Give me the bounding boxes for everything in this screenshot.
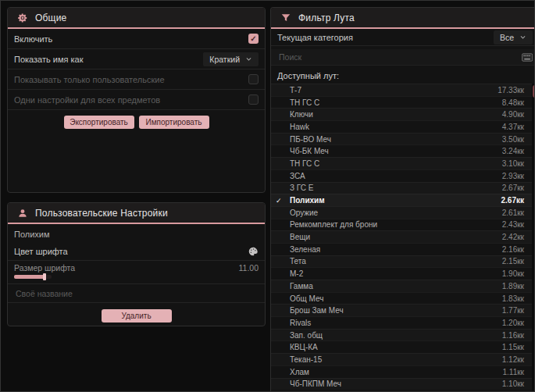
loot-item-row[interactable]: Гамма 1.89кк <box>271 280 532 292</box>
loot-item-value: 4.90кк <box>502 110 532 119</box>
loot-item-row[interactable]: КВЦ-КА 1.15кк <box>271 340 532 353</box>
check-icon: ✓ <box>276 197 285 205</box>
loot-item-value: 1.89кк <box>502 282 532 290</box>
search-row <box>271 49 535 66</box>
loot-item-value: 2.42кк <box>502 233 532 241</box>
funnel-icon <box>280 12 291 23</box>
loot-item-value: 1.12кк <box>502 355 532 364</box>
window-custom-settings: Пользовательские Настройки Полихим Цвет … <box>7 202 266 326</box>
window-general-title: Общие <box>35 12 66 23</box>
slider-fill <box>14 275 45 279</box>
only-custom-label: Показывать только пользовательские <box>14 75 248 84</box>
export-button[interactable]: Экспортировать <box>64 116 134 129</box>
window-general-titlebar[interactable]: Общие <box>8 8 265 27</box>
loot-item-value: 2.43кк <box>502 220 532 229</box>
loot-item-name: ТН ГС С <box>271 159 319 168</box>
loot-item-row[interactable]: Зеленая 2.16кк <box>271 243 532 255</box>
loot-item-value: 4.37кк <box>502 123 532 131</box>
loot-item-name: Rivals <box>271 319 311 327</box>
loot-item-row[interactable]: Чб-ПКПМ Меч 1.10кк <box>271 378 532 390</box>
scrollbar-track[interactable] <box>532 84 535 392</box>
font-size-label: Размер шрифта <box>14 263 75 273</box>
import-button[interactable]: Импортировать <box>139 116 209 129</box>
search-input[interactable] <box>277 52 522 62</box>
loot-item-row[interactable]: Т-7 17.33кк <box>271 84 532 96</box>
loot-item-name: Брош Зам Меч <box>271 306 344 315</box>
loot-item-row[interactable]: М-2 1.90кк <box>271 267 532 280</box>
loot-item-name: Т-7 <box>271 86 301 94</box>
loot-item-row[interactable]: ТН ГС С 8.48кк <box>271 96 532 109</box>
font-size-value: 11.00 <box>239 263 259 273</box>
loot-item-row[interactable]: Брош Зам Меч 1.77кк <box>271 304 532 316</box>
font-color-label: Цвет шрифта <box>14 247 248 256</box>
loot-item-value: 3.10кк <box>502 159 532 168</box>
loot-item-row[interactable]: Хлам 1.11кк <box>271 365 532 378</box>
only-custom-checkbox[interactable] <box>248 74 259 84</box>
loot-item-value: 1.10кк <box>502 380 532 388</box>
loot-item-name: ТН ГС С <box>271 98 319 107</box>
font-size-block: Размер шрифта 11.00 <box>8 261 265 284</box>
chevron-down-icon <box>245 55 252 62</box>
category-row: Текущая категория Все <box>271 29 535 46</box>
loot-item-row[interactable]: Ремкомплект для брони 2.43кк <box>271 219 532 231</box>
slider-handle[interactable] <box>43 273 46 280</box>
loot-item-row[interactable]: ЗСА 2.93кк <box>271 169 532 182</box>
loot-item-name: Текан-15 <box>271 355 322 364</box>
loot-item-name: Hawk <box>271 123 309 131</box>
category-label: Текущая категория <box>277 33 494 42</box>
delete-button[interactable]: Удалить <box>102 309 172 323</box>
gear-icon <box>17 12 28 23</box>
window-custom-title: Пользовательские Настройки <box>35 208 168 219</box>
loot-item-value: 1.83кк <box>502 294 532 303</box>
loot-item-name: М-2 <box>271 269 303 278</box>
loot-item-row[interactable]: Rivals 1.20кк <box>271 316 532 329</box>
export-import-row: Экспортировать Импортировать <box>8 116 265 129</box>
loot-item-row[interactable]: Зап. общ 1.16кк <box>271 329 532 341</box>
category-combo[interactable]: Все <box>494 30 533 45</box>
loot-item-value: 17.33кк <box>498 86 532 94</box>
window-filter-title: Фильтр Лута <box>298 12 355 23</box>
loot-item-value: 2.15кк <box>502 257 532 265</box>
custom-name-input[interactable] <box>14 288 259 299</box>
loot-item-name: Зеленая <box>271 245 320 254</box>
loot-item-row[interactable]: З ГС Е 2.67кк <box>271 182 532 194</box>
loot-list-label: Доступный лут: <box>271 66 535 84</box>
window-custom-titlebar[interactable]: Пользовательские Настройки <box>8 203 265 223</box>
loot-item-row[interactable]: Общ Меч 1.83кк <box>271 292 532 305</box>
loot-item-value: 1.15кк <box>502 343 532 351</box>
loot-item-row[interactable]: ТН ГС С 3.10кк <box>271 157 532 169</box>
loot-item-value: 8.48кк <box>502 98 532 107</box>
loot-item-name: КВЦ-КА <box>271 343 318 351</box>
loot-item-name: З ГС Е <box>271 184 313 192</box>
loot-rows: Т-7 17.33кк ТН ГС С 8.48кк Ключи 4.90кк <box>271 84 532 390</box>
loot-item-row[interactable]: Тета 2.15кк <box>271 255 532 268</box>
app-screen: Общие Включить ✓ Показать имя как Кратки… <box>0 0 535 392</box>
keyboard-icon[interactable] <box>522 53 533 62</box>
loot-item-value: 2.67кк <box>502 184 532 192</box>
loot-item-row[interactable]: Hawk 4.37кк <box>271 120 532 133</box>
palette-icon[interactable] <box>248 246 259 257</box>
loot-item-row[interactable]: Вещи 2.42кк <box>271 230 532 243</box>
loot-item-name: Чб-ПКПМ Меч <box>271 380 341 388</box>
loot-item-row[interactable]: Чб-БК Меч 3.24кк <box>271 144 532 157</box>
loot-item-value: 2.61кк <box>502 208 532 217</box>
loot-item-row[interactable]: Оружие 2.61кк <box>271 206 532 219</box>
enable-label: Включить <box>14 34 248 44</box>
same-settings-checkbox[interactable] <box>248 94 259 105</box>
loot-item-name: Зап. общ <box>271 331 323 340</box>
loot-item-name: Общ Меч <box>271 294 323 303</box>
setting-row-only-custom: Показывать только пользовательские <box>8 69 265 90</box>
loot-item-row[interactable]: Ключи 4.90кк <box>271 108 532 120</box>
name-mode-combo[interactable]: Краткий <box>203 52 259 66</box>
loot-list: Т-7 17.33кк ТН ГС С 8.48кк Ключи 4.90кк <box>271 84 535 392</box>
loot-item-row[interactable]: ✓ Полихим 2.67кк <box>271 194 532 206</box>
loot-item-value: 1.11кк <box>503 368 532 376</box>
loot-item-row[interactable]: ПБ-ВО Меч 3.50кк <box>271 133 532 145</box>
enable-checkbox[interactable]: ✓ <box>248 34 259 44</box>
loot-item-row[interactable]: Текан-15 1.12кк <box>271 353 532 365</box>
loot-item-value: 2.67кк <box>501 196 532 205</box>
loot-item-value: 3.50кк <box>502 135 532 144</box>
selected-item-name: Полихим <box>8 224 265 242</box>
font-size-slider[interactable] <box>14 275 52 279</box>
window-filter-titlebar[interactable]: Фильтр Лута <box>271 8 535 27</box>
